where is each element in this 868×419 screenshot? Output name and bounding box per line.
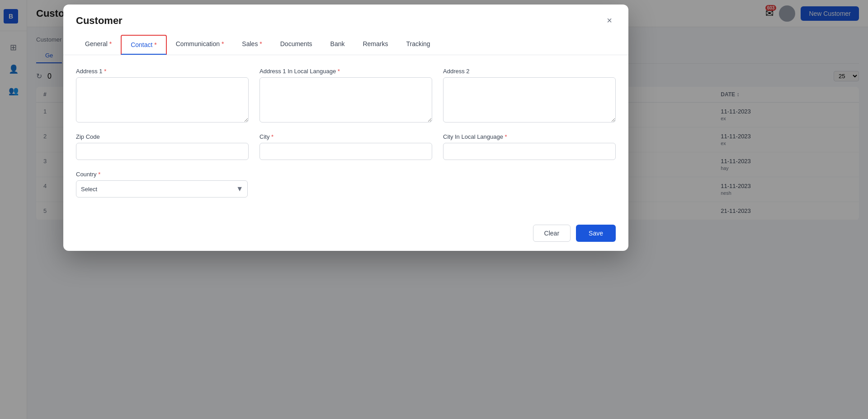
zipcode-label: Zip Code [76,133,249,140]
tab-general[interactable]: General * [76,35,121,55]
tab-bank[interactable]: Bank [321,35,354,55]
save-button[interactable]: Save [576,225,616,242]
modal-header: Customer × [63,5,628,28]
city-local-label: City In Local Language * [443,133,616,140]
country-select[interactable]: Select [76,180,248,198]
tab-sales[interactable]: Sales * [233,35,271,55]
city-group: City * [259,133,432,160]
modal-tabs: General * Contact * Communication * Sale… [63,35,628,55]
tab-tracking[interactable]: Tracking [397,35,439,55]
tab-communication[interactable]: Communication * [167,35,233,55]
city-row: Zip Code City * City In Local Language * [76,133,616,160]
address1-local-label: Address 1 In Local Language * [259,68,432,75]
modal-title: Customer [76,15,123,27]
address1-local-group: Address 1 In Local Language * [259,68,432,122]
modal-footer: Clear Save [63,217,628,251]
modal-body: Address 1 * Address 1 In Local Language … [63,55,628,217]
country-row: Country * Select ▼ [76,171,616,198]
country-label: Country * [76,171,248,178]
tab-remarks[interactable]: Remarks [354,35,397,55]
address2-group: Address 2 [443,68,616,122]
city-label: City * [259,133,432,140]
address2-textarea[interactable] [443,77,616,122]
tab-documents[interactable]: Documents [271,35,321,55]
zipcode-group: Zip Code [76,133,249,160]
clear-button[interactable]: Clear [533,225,571,242]
city-input[interactable] [259,143,432,160]
tab-contact[interactable]: Contact * [121,35,167,55]
country-select-wrapper: Select ▼ [76,180,248,198]
country-group: Country * Select ▼ [76,171,248,198]
modal-close-button[interactable]: × [603,14,616,28]
address1-group: Address 1 * [76,68,249,122]
customer-modal: Customer × General * Contact * Communica… [63,5,628,251]
address1-local-textarea[interactable] [259,77,432,122]
city-local-group: City In Local Language * [443,133,616,160]
zipcode-input[interactable] [76,143,249,160]
address1-label: Address 1 * [76,68,249,75]
address2-label: Address 2 [443,68,616,75]
address-row: Address 1 * Address 1 In Local Language … [76,68,616,122]
address1-textarea[interactable] [76,77,249,122]
city-local-input[interactable] [443,143,616,160]
